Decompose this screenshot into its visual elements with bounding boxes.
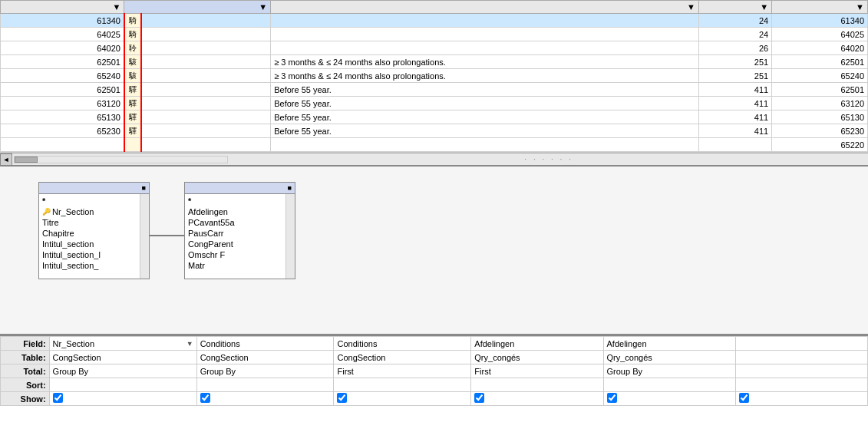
qf-matr: Matr [188,260,292,271]
col-header-afdelingen[interactable]: ▼ [772,1,868,14]
qbe-cell-r3-c5 [735,378,867,392]
col-header-conditions[interactable]: ▼ [124,1,271,14]
qbe-cell-r0-c0[interactable]: Nr_Section▼ [49,337,196,351]
cell-firstofconditions: Before 55 year. [271,97,699,110]
show-checkbox[interactable] [337,393,347,403]
cell-afdelingen: 61340 [772,14,868,28]
field-intitul-section-2: Intitul_section_ [42,260,146,271]
design-area: ■ * 🔑 Nr_Section Titre Chapitre Intitul_… [0,165,868,334]
qbe-cell-r4-c4[interactable] [603,392,735,406]
qbe-field-value-0: Nr_Section [53,339,94,348]
cong-section-fields[interactable]: * 🔑 Nr_Section Titre Chapitre Intitul_se… [39,194,149,279]
cell-nrse: 251 [698,55,771,69]
cell-conditions-char: 騎 [124,28,141,41]
hscroll-area[interactable]: ◄ · · · · · · [0,153,868,165]
qbe-cell-r0-c4: Afdelingen [603,337,735,351]
show-checkbox[interactable] [200,393,210,403]
qbe-cell-r4-c2[interactable] [334,392,471,406]
cell-firstofafdel: 64020 [1,41,124,55]
cell-conditions-char: 駭 [124,55,141,69]
dropdown-arrow-icon[interactable]: ▼ [186,340,193,348]
table-row: 65240駭≥ 3 months & ≤ 24 months also prol… [1,69,868,83]
qbe-cell-r1-c5 [735,351,867,364]
qbe-cell-r4-c5[interactable] [735,392,867,406]
qbe-cell-r0-c3: Afdelingen [471,337,603,351]
cell-afdelingen: 62501 [772,83,868,97]
qbe-row: Sort: [1,378,868,392]
show-checkbox[interactable] [607,393,617,403]
cell-conditions-empty [141,97,271,110]
cell-conditions-char: 驛 [124,124,141,138]
qbe-cell-r4-c3[interactable] [471,392,603,406]
cell-nrse: 411 [698,124,771,138]
qbe-cell-r2-c4: Group By [603,364,735,378]
table-row: 61340騎2461340 [1,14,868,28]
hscroll-track[interactable] [14,156,228,163]
qry-conges-title[interactable]: ■ [185,183,295,194]
cell-firstofconditions [271,14,699,28]
hscroll-dots: · · · · · · [229,155,868,163]
cell-conditions-char: 聆 [124,41,141,55]
cell-nrse: 251 [698,69,771,83]
cell-conditions-empty [141,110,271,124]
field-star: * [42,196,146,206]
qbe-row: Field:Nr_Section▼ConditionsConditionsAfd… [1,337,868,351]
cell-firstofafdel: 63120 [1,97,124,110]
qbe-cell-r0-c2: Conditions [334,337,471,351]
qbe-row: Show: [1,392,868,406]
qbe-cell-r3-c3 [471,378,603,392]
cell-firstofafdel: 65240 [1,69,124,83]
qbe-cell-r2-c2: First [334,364,471,378]
cell-conditions-empty [141,83,271,97]
qf-afdelingen: Afdelingen [188,206,292,217]
qbe-cell-r1-c2: CongSection [334,351,471,364]
table-row: 65220 [1,138,868,152]
qbe-cell-r2-c5 [735,364,867,378]
cell-firstofconditions [271,138,699,152]
qbe-cell-r2-c1: Group By [196,364,334,378]
cell-nrse: 411 [698,83,771,97]
qbe-cell-r4-c0[interactable] [49,392,196,406]
field-intitul-section-l: Intitul_section_l [42,249,146,260]
qry-conges-fields[interactable]: * Afdelingen PCavant55a PausCarr CongPar… [185,194,295,279]
hscroll-thumb[interactable] [15,157,38,163]
cell-afdelingen: 62501 [772,55,868,69]
qbe-cell-r0-c5 [735,337,867,351]
qbe-cell-r1-c1: CongSection [196,351,334,364]
table-row: 64025騎2464025 [1,28,868,41]
cell-nrse: 411 [698,110,771,124]
qbe-cell-r2-c0: Group By [49,364,196,378]
show-checkbox[interactable] [474,393,484,403]
cell-afdelingen: 65230 [772,124,868,138]
scroll-left-btn[interactable]: ◄ [0,153,12,166]
cell-firstofconditions [271,28,699,41]
table-row: 63120驛Before 55 year.41163120 [1,97,868,110]
qbe-area: Field:Nr_Section▼ConditionsConditionsAfd… [0,334,868,411]
qbe-row: Table:CongSectionCongSectionCongSectionQ… [1,351,868,364]
cong-section-title[interactable]: ■ [39,183,149,194]
col-header-firstofconditions[interactable]: ▼ [271,1,699,14]
cell-afdelingen: 65130 [772,110,868,124]
qbe-cell-r4-c1[interactable] [196,392,334,406]
show-checkbox[interactable] [739,393,749,403]
cell-conditions-empty [141,14,271,28]
cell-firstofafdel: 61340 [1,14,124,28]
qf-congparent: CongParent [188,239,292,249]
cell-afdelingen: 64025 [772,28,868,41]
qbe-cell-r3-c4 [603,378,735,392]
col-header-firstofafdel[interactable]: ▼ [1,1,124,14]
show-checkbox[interactable] [53,393,63,403]
cell-conditions-empty [141,124,271,138]
cell-firstofafdel: 62501 [1,55,124,69]
cell-conditions-char: 驛 [124,97,141,110]
qbe-cell-r2-c3: First [471,364,603,378]
qbe-row-label: Total: [1,364,50,378]
cell-nrse: 24 [698,14,771,28]
qry-conges-box: ■ * Afdelingen PCavant55a PausCarr CongP… [184,182,295,279]
cell-afdelingen: 64020 [772,41,868,55]
cell-nrse: 411 [698,97,771,110]
cell-afdelingen: 65240 [772,69,868,83]
qbe-row-label: Field: [1,337,50,351]
col-header-nrse[interactable]: ▼ [698,1,771,14]
cell-conditions-empty [141,28,271,41]
